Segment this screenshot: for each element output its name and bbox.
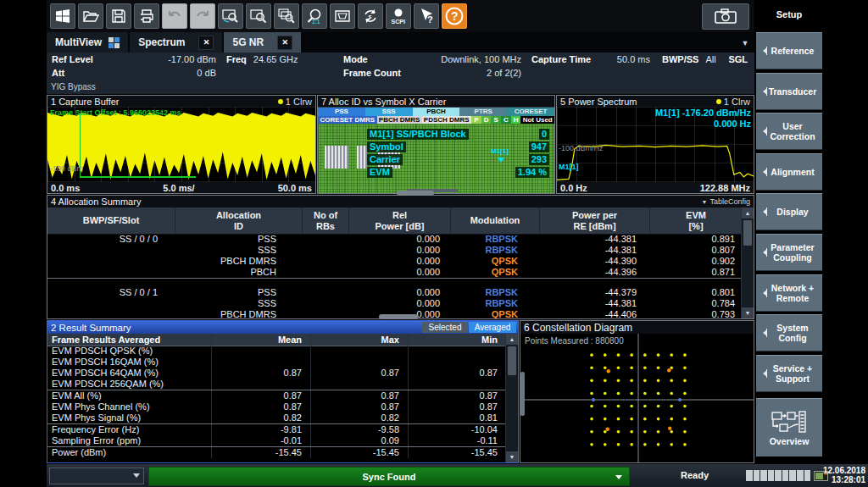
zoom-1to1-icon[interactable]: 1:1 <box>302 3 327 29</box>
sidebar-button-parameter-coupling[interactable]: Parameter Coupling <box>756 234 822 271</box>
result-summary-panel[interactable]: 2 Result Summary Selected Averaged Frame… <box>47 320 519 463</box>
scpi-recorder-icon[interactable]: SCPI <box>386 3 411 29</box>
cell-max: 0.09 <box>310 435 408 446</box>
constellation-plot[interactable]: Points Measured : 880800 <box>520 334 754 462</box>
marker-info-row: Carrier293 <box>367 154 549 165</box>
cell-max: 0.87 <box>310 401 408 412</box>
submenu-arrow-icon <box>760 127 767 136</box>
power-spectrum-panel[interactable]: 5 Power Spectrum 1 Clrw M1[1] -176.20 dB… <box>556 95 754 194</box>
bwp-ss-label: BWP/SS <box>662 54 698 64</box>
sidebar-button-user-correction[interactable]: User Correction <box>756 113 822 150</box>
scroll-down-icon[interactable]: ▼ <box>506 451 518 462</box>
scroll-down-icon[interactable]: ▼ <box>742 307 754 318</box>
sidebar-button-network-remote[interactable]: Network + Remote <box>756 274 822 312</box>
spectrum-ref-level-label: -100 dBm/Hz <box>559 144 604 152</box>
tab-spectrum-label: Spectrum <box>138 36 185 48</box>
tab-spectrum[interactable]: Spectrum ✕ <box>130 32 222 53</box>
capture-time-value[interactable]: 50.0 ms <box>617 54 650 64</box>
allocation-summary-panel[interactable]: 4 Allocation Summary ▼ TableConfig BWP/S… <box>47 195 754 319</box>
sidebar-button-service-support[interactable]: Service + Support <box>756 355 822 392</box>
zoom-signal-icon[interactable] <box>218 3 243 29</box>
sidebar-button-label: Display <box>766 207 811 217</box>
cell-mod: QPSK <box>450 267 539 278</box>
dropdown-caret-icon <box>133 473 140 481</box>
sidebar-button-display[interactable]: Display <box>756 193 822 230</box>
status-bar: Sync Found Ready 12.06.2018 13:28:01 <box>47 464 868 487</box>
mode-label: Mode <box>343 54 368 64</box>
zoom-icon[interactable] <box>246 3 271 29</box>
constellation-panel[interactable]: 6 Constellation Diagram Points Measured … <box>520 320 754 463</box>
cell-label: Frequency Error (Hz) <box>47 424 211 435</box>
cell-label: EVM PDSCH QPSK (%) <box>47 346 211 357</box>
scroll-up-icon[interactable]: ▲ <box>506 334 518 345</box>
alloc-marker-info: M1[1] SS/PBCH Block0Symbol947Carrier293E… <box>367 129 549 178</box>
sequence-icon[interactable]: s <box>358 3 383 29</box>
mode-value[interactable]: Downlink, 100 MHz <box>441 54 521 64</box>
channel-tab-bar: MultiView Spectrum ✕ 5G NR ✕ ▼ <box>47 32 754 53</box>
capture-buffer-panel[interactable]: 1 Capture Buffer 1 Clrw Frame Start Offs… <box>47 95 316 194</box>
legend-item-pbch: PBCH <box>413 108 460 116</box>
marker-info-text: 293 <box>529 154 549 165</box>
display-config-icon[interactable] <box>330 3 355 29</box>
capture-x-start: 0.0 ms <box>51 183 80 193</box>
tableconfig-button[interactable]: ▼ TableConfig <box>702 197 750 206</box>
tab-overflow-button[interactable]: ▼ <box>739 37 751 49</box>
sidebar-button-system-config[interactable]: System Config <box>756 314 822 351</box>
status-selector-dropdown[interactable] <box>49 468 144 484</box>
sidebar-button-alignment[interactable]: Alignment <box>756 153 822 191</box>
alloc-legend-row-1: PSSSSSPBCHPTRSCORESET <box>318 108 554 116</box>
result-summary-scrollbar[interactable]: ▲ ▼ <box>505 334 518 462</box>
cell-id: PSS <box>175 234 302 245</box>
sidebar-button-overview[interactable]: Overview <box>756 398 822 457</box>
freq-value[interactable]: 24.65 GHz <box>253 54 298 64</box>
ref-level-value[interactable]: -17.00 dBm <box>168 54 216 64</box>
ref-level-label: Ref Level <box>52 54 93 64</box>
allocation-summary-row: SS / 0 / 0PSS0.000RBPSK-44.3810.891 <box>47 234 742 245</box>
splitter-handle[interactable] <box>397 191 434 196</box>
capture-buffer-plot[interactable]: Frame Start Offset : 5.966023542 ms -100… <box>47 107 315 182</box>
multi-zoom-icon[interactable] <box>274 3 299 29</box>
help-icon[interactable]: ? <box>442 3 467 29</box>
bwp-ss-value[interactable]: All <box>705 54 715 64</box>
cell-mean: -9.81 <box>211 424 310 435</box>
tab-5g-nr-close-icon[interactable]: ✕ <box>277 36 292 50</box>
tab-spectrum-close-icon[interactable]: ✕ <box>198 36 214 50</box>
tab-multiview[interactable]: MultiView <box>47 32 128 53</box>
scroll-thumb[interactable] <box>508 346 516 375</box>
redo-icon[interactable] <box>190 3 215 29</box>
legend-item-coreset: CORESET <box>507 108 554 116</box>
splitter-handle[interactable] <box>520 372 525 416</box>
power-spectrum-plot[interactable]: M1[1] -176.20 dBm/Hz0.000 Hz -100 dBm/Hz… <box>557 107 754 182</box>
scroll-thumb[interactable] <box>743 220 752 246</box>
cell-rbs <box>302 298 348 309</box>
frame-count-value[interactable]: 2 of 2(2) <box>487 68 521 78</box>
tab-5g-nr[interactable]: 5G NR ✕ <box>224 32 301 53</box>
tab-averaged[interactable]: Averaged <box>469 322 516 333</box>
sync-status-label: Sync Found <box>363 472 416 482</box>
splitter-handle[interactable] <box>379 314 418 319</box>
help-question-glyph: ? <box>451 9 459 23</box>
windows-start-icon[interactable] <box>50 3 75 29</box>
allocation-summary-scrollbar[interactable]: ▲ ▼ <box>741 208 754 318</box>
alloc-id-map-panel[interactable]: 7 Alloc ID vs Symbol X Carrier PSSSSSPBC… <box>317 95 555 194</box>
legend-item-sss: SSS <box>365 108 413 116</box>
spectrum-marker-m1-tag[interactable]: M1[1] <box>559 163 579 171</box>
marker-m1-tag[interactable]: M1[1] <box>491 147 509 155</box>
alloc-map-plot[interactable]: M1[1] SS/PBCH Block0Symbol947Carrier293E… <box>318 124 554 193</box>
sync-status-button[interactable]: Sync Found <box>148 467 630 486</box>
cell-id: PBCH <box>175 267 302 278</box>
undo-icon[interactable] <box>162 3 187 29</box>
sidebar-button-reference[interactable]: Reference <box>756 32 822 69</box>
context-help-icon[interactable]: ? <box>414 3 439 29</box>
screenshot-button[interactable] <box>702 3 749 30</box>
cell-min: -15.45 <box>408 447 506 458</box>
tab-selected[interactable]: Selected <box>422 322 468 333</box>
open-file-icon[interactable] <box>78 3 103 29</box>
print-icon[interactable] <box>134 3 159 29</box>
cell-max <box>310 379 408 390</box>
sidebar-button-transducer[interactable]: Transducer <box>756 73 822 110</box>
att-value[interactable]: 0 dB <box>197 68 216 78</box>
scroll-up-icon[interactable]: ▲ <box>742 208 754 219</box>
cell-min: 0.87 <box>408 368 506 379</box>
save-icon[interactable] <box>106 3 131 29</box>
